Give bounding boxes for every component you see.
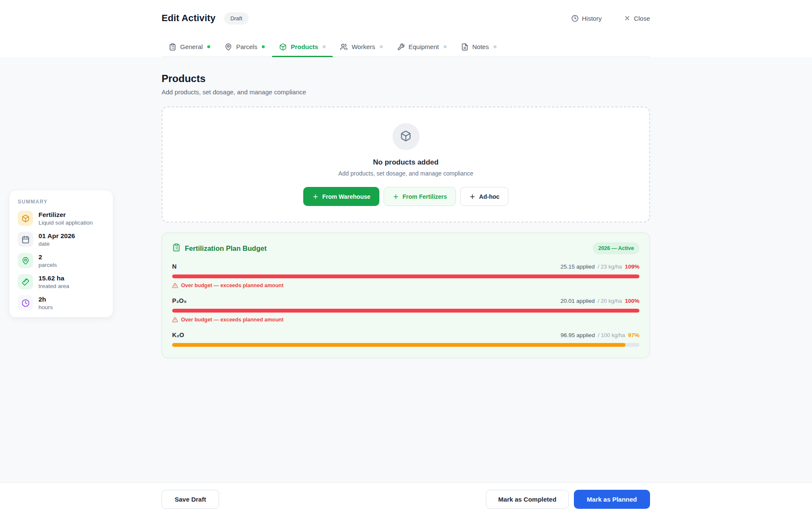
summary-label: Liquid soil application [38,220,93,226]
summary-value: Fertilizer [38,211,93,219]
progress-bar [172,343,639,347]
edit-activity-modal: Edit Activity Draft History Close [0,0,812,516]
tab-status-dot [380,45,383,48]
empty-state-icon-circle [392,123,420,150]
close-button[interactable]: Close [624,15,650,22]
page-title: Edit Activity [162,13,216,24]
nutrient-name: K₂O [172,332,184,338]
planned-amount: / 20 kg/ha [598,298,622,304]
clock-icon [18,295,33,310]
main-content: Products Add products, set dosage, and m… [0,57,812,482]
ad-hoc-button[interactable]: Ad-hoc [460,187,508,206]
progress-bar-fill [172,274,639,278]
budget-header: Fertilization Plan Budget 2026 — Active [172,242,639,254]
summary-text: 2 parcels [38,253,57,268]
summary-item-date: 01 Apr 2026 date [18,232,104,247]
save-draft-button[interactable]: Save Draft [162,490,219,509]
percent-value: 97% [628,332,639,338]
package-icon [400,130,411,143]
summary-text: 01 Apr 2026 date [38,232,75,247]
applied-amount: 96.95 applied [561,332,595,338]
nutrient-row-p2o5: P₂O₅ 20.01 applied / 20 kg/ha 100% Over … [172,297,639,323]
tab-equipment[interactable]: Equipment [390,36,454,57]
products-empty-state: No products added Add products, set dosa… [162,107,650,222]
summary-title: SUMMARY [18,199,104,205]
nutrient-name: P₂O₅ [172,297,187,304]
tab-status-dot [444,45,447,48]
budget-title: Fertilization Plan Budget [185,244,266,253]
history-label: History [582,15,602,22]
summary-text: Fertilizer Liquid soil application [38,211,93,226]
package-icon [279,43,287,51]
section-title: Products [162,73,650,85]
budget-title-wrap: Fertilization Plan Budget [172,243,266,253]
map-pin-icon [18,253,33,268]
planned-amount: / 100 kg/ha [598,332,625,338]
summary-text: 2h hours [38,295,53,310]
button-label: From Warehouse [322,193,370,200]
tab-notes[interactable]: Notes [454,36,504,57]
warning-text: Over budget — exceeds planned amount [181,283,283,288]
tab-label: Workers [351,43,375,50]
empty-state-subtitle: Add products, set dosage, and manage com… [338,170,473,177]
summary-card: SUMMARY Fertilizer Liquid soil applicati… [9,190,113,318]
applied-amount: 20.01 applied [560,298,595,304]
progress-bar [172,274,639,278]
footer: Save Draft Mark as Completed Mark as Pla… [0,482,812,516]
tab-label: General [180,43,203,50]
nutrient-values: 25.15 applied / 23 kg/ha 109% [560,263,639,270]
progress-bar-fill [172,309,639,313]
status-badge: Draft [224,12,249,25]
applied-amount: 25.15 applied [560,263,595,270]
nutrient-values: 20.01 applied / 20 kg/ha 100% [560,298,639,304]
nutrient-values: 96.95 applied / 100 kg/ha 97% [561,332,639,338]
tab-status-dot [262,45,265,48]
summary-label: hours [38,304,53,310]
tab-bar: General Parcels Products [0,36,812,57]
footer-right-actions: Mark as Completed Mark as Planned [486,490,650,509]
progress-bar-fill [172,343,625,347]
button-label: Ad-hoc [479,193,499,200]
alert-triangle-icon [172,317,178,323]
button-label: From Fertilizers [403,193,447,200]
fertilization-plan-budget-card: Fertilization Plan Budget 2026 — Active … [162,233,650,358]
calendar-icon [18,232,33,247]
over-budget-warning: Over budget — exceeds planned amount [172,283,639,288]
package-icon [18,211,33,226]
empty-state-title: No products added [373,158,439,167]
tab-parcels[interactable]: Parcels [217,36,272,57]
alert-triangle-icon [172,283,178,288]
nutrient-row-n: N 25.15 applied / 23 kg/ha 109% Over bud… [172,263,639,288]
nutrient-row-k2o: K₂O 96.95 applied / 100 kg/ha 97% [172,332,639,347]
tab-status-dot [207,45,210,48]
from-fertilizers-button[interactable]: From Fertilizers [384,187,456,206]
history-button[interactable]: History [571,15,602,22]
plus-icon [469,193,476,200]
warning-text: Over budget — exceeds planned amount [181,317,283,323]
tab-general[interactable]: General [162,36,217,57]
tab-workers[interactable]: Workers [333,36,390,57]
section-subtitle: Add products, set dosage, and manage com… [162,88,650,96]
clipboard-icon [172,243,181,253]
header-actions: History Close [571,15,650,22]
summary-value: 01 Apr 2026 [38,232,75,240]
summary-value: 2 [38,253,57,261]
nutrient-top: K₂O 96.95 applied / 100 kg/ha 97% [172,332,639,338]
summary-text: 15.62 ha treated area [38,274,69,289]
percent-value: 100% [625,298,639,304]
tab-status-dot [323,45,326,48]
summary-item-hours: 2h hours [18,295,104,310]
plus-icon [312,193,319,200]
empty-state-actions: From Warehouse From Fertilizers Ad-hoc [303,187,508,206]
tab-label: Equipment [409,43,439,50]
tab-label: Parcels [236,43,257,50]
summary-label: parcels [38,262,57,268]
mark-as-planned-button[interactable]: Mark as Planned [574,490,650,509]
mark-as-completed-button[interactable]: Mark as Completed [486,490,569,509]
tab-products[interactable]: Products [272,36,333,57]
clipboard-icon [169,43,176,51]
from-warehouse-button[interactable]: From Warehouse [303,187,379,206]
close-icon [624,15,631,22]
summary-label: treated area [38,283,69,289]
close-label: Close [634,15,650,22]
